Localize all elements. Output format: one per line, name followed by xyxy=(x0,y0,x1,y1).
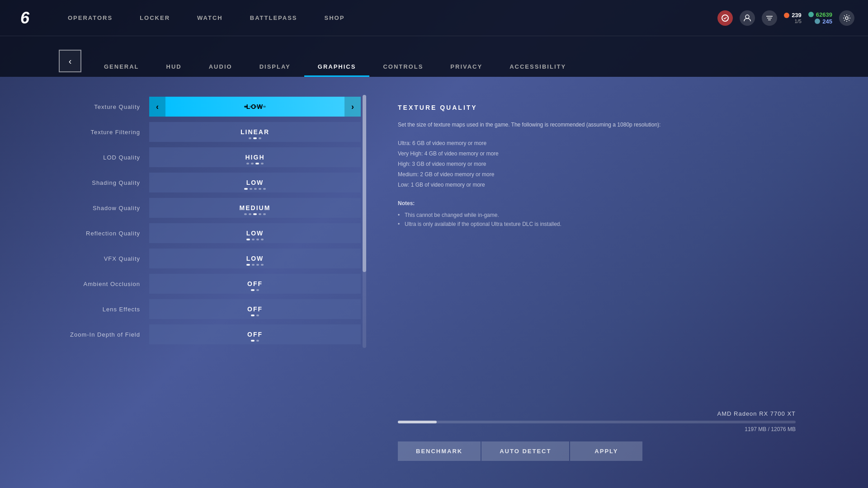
lens-effects-value: Off xyxy=(247,305,263,313)
dot-2 xyxy=(254,106,257,108)
texture-quality-next[interactable]: › xyxy=(344,97,361,117)
nav-menu: OPERATORS LOCKER WATCH BATTLEPASS SHOP xyxy=(54,0,717,36)
mem-req-veryhigh: Very High: 4 GB of video memory or more xyxy=(398,149,796,159)
dot-1 xyxy=(256,314,259,316)
setting-row-lod-quality: LOD Quality High xyxy=(59,145,361,169)
setting-row-texture-filtering: Texture Filtering Linear xyxy=(59,120,361,144)
setting-row-shading-quality: Shading Quality Low xyxy=(59,171,361,194)
texture-quality-value-area: Low xyxy=(165,103,344,110)
dot-0 xyxy=(251,289,255,291)
lens-effects-dots xyxy=(251,314,259,316)
shading-quality-dots xyxy=(244,188,266,190)
lod-quality-dots xyxy=(246,163,264,164)
nav-locker[interactable]: LOCKER xyxy=(126,0,184,36)
dot-0 xyxy=(244,188,248,190)
main-content: Texture Quality ‹ Low xyxy=(0,77,868,488)
game-logo: 6 xyxy=(14,7,36,29)
lod-quality-value: High xyxy=(245,154,265,161)
gpu-memory-fill xyxy=(398,421,437,423)
info-panel-title: TEXTURE QUALITY xyxy=(398,104,796,111)
premium-currency: 62639 245 xyxy=(808,11,832,25)
apply-button[interactable]: APPLY xyxy=(570,441,642,461)
battlepass-icon[interactable] xyxy=(717,10,733,26)
tab-graphics[interactable]: GRAPHICS xyxy=(304,58,370,77)
vfx-quality-value: Low xyxy=(246,255,264,262)
tab-accessibility[interactable]: ACCESSIBILITY xyxy=(496,58,580,77)
currency1-value: 239 xyxy=(792,12,802,19)
dot-3 xyxy=(261,163,264,164)
texture-quality-prev[interactable]: ‹ xyxy=(149,97,165,117)
mem-req-ultra: Ultra: 6 GB of video memory or more xyxy=(398,138,796,149)
ambient-occlusion-control[interactable]: Off xyxy=(149,274,361,294)
filter-icon[interactable] xyxy=(762,10,777,26)
nav-shop[interactable]: SHOP xyxy=(311,0,359,36)
texture-filtering-value: Linear xyxy=(241,128,269,136)
dot-2 xyxy=(254,188,257,190)
dot-0 xyxy=(244,213,247,215)
scrollbar-thumb xyxy=(363,95,366,272)
reflection-quality-value: Low xyxy=(246,230,264,237)
settings-tab-list: GENERAL HUD AUDIO DISPLAY GRAPHICS CONTR… xyxy=(90,58,580,77)
benchmark-button[interactable]: BENCHMARK xyxy=(398,441,481,461)
tab-audio[interactable]: AUDIO xyxy=(195,58,246,77)
ambient-occlusion-label: Ambient Occlusion xyxy=(59,281,149,287)
shading-quality-label: Shading Quality xyxy=(59,179,149,186)
tab-display[interactable]: DISPLAY xyxy=(246,58,304,77)
dot-4 xyxy=(263,213,266,215)
setting-row-texture-quality: Texture Quality ‹ Low xyxy=(59,95,361,118)
settings-list-wrapper: Texture Quality ‹ Low xyxy=(59,95,366,348)
dot-3 xyxy=(261,239,264,240)
dot-2 xyxy=(256,264,259,266)
nav-bar: 6 OPERATORS LOCKER WATCH BATTLEPASS SHOP xyxy=(0,0,868,36)
dof-dots xyxy=(251,340,259,342)
shading-quality-control[interactable]: Low xyxy=(149,173,361,192)
settings-panel: Texture Quality ‹ Low xyxy=(59,95,366,470)
auto-detect-button[interactable]: AUTO DETECT xyxy=(481,441,569,461)
credits-value: 245 xyxy=(822,18,832,25)
nav-operators[interactable]: OPERATORS xyxy=(54,0,126,36)
texture-filtering-dots xyxy=(249,137,261,139)
gpu-memory-text: 1197 MB / 12076 MB xyxy=(398,426,796,432)
info-notes-title: Notes: xyxy=(398,199,796,208)
back-button[interactable]: ‹ xyxy=(59,50,81,72)
shading-quality-value: Low xyxy=(246,179,264,186)
texture-filtering-control[interactable]: Linear xyxy=(149,122,361,142)
nav-battlepass[interactable]: BATTLEPASS xyxy=(236,0,311,36)
vfx-quality-label: VFX Quality xyxy=(59,255,149,262)
setting-row-reflection-quality: Reflection Quality Low xyxy=(59,221,361,245)
svg-point-1 xyxy=(745,15,749,19)
info-notes-section: Notes: This cannot be changed while in-g… xyxy=(398,199,796,229)
setting-row-ambient-occlusion: Ambient Occlusion Off xyxy=(59,272,361,296)
dot-2 xyxy=(253,213,257,215)
lens-effects-control[interactable]: Off xyxy=(149,299,361,319)
setting-row-lens-effects: Lens Effects Off xyxy=(59,297,361,321)
user-icon[interactable] xyxy=(740,10,755,26)
dot-1 xyxy=(249,213,251,215)
lod-quality-label: LOD Quality xyxy=(59,154,149,161)
settings-tabs-bar: ‹ GENERAL HUD AUDIO DISPLAY GRAPHICS CON… xyxy=(0,36,868,77)
setting-row-dof: Zoom-In Depth of Field Off xyxy=(59,323,361,346)
nav-watch[interactable]: WATCH xyxy=(184,0,236,36)
shadow-quality-control[interactable]: Medium xyxy=(149,198,361,218)
dot-0 xyxy=(246,163,249,164)
dot-1 xyxy=(256,289,259,291)
reflection-quality-control[interactable]: Low xyxy=(149,223,361,243)
dot-3 xyxy=(259,106,261,108)
settings-icon[interactable] xyxy=(839,10,854,26)
dot-1 xyxy=(252,239,255,240)
dof-control[interactable]: Off xyxy=(149,324,361,344)
setting-row-vfx-quality: VFX Quality Low xyxy=(59,247,361,270)
tab-controls[interactable]: CONTROLS xyxy=(369,58,437,77)
vfx-quality-control[interactable]: Low xyxy=(149,249,361,268)
mem-req-low: Low: 1 GB of video memory or more xyxy=(398,180,796,190)
scrollbar-track[interactable] xyxy=(363,95,366,348)
gpu-name: AMD Radeon RX 7700 XT xyxy=(398,410,796,417)
reflection-quality-label: Reflection Quality xyxy=(59,230,149,237)
rank-value: 1/5 xyxy=(795,19,802,24)
tab-privacy[interactable]: PRIVACY xyxy=(437,58,496,77)
tab-hud[interactable]: HUD xyxy=(153,58,195,77)
dot-1 xyxy=(250,106,252,108)
lod-quality-control[interactable]: High xyxy=(149,147,361,167)
tab-general[interactable]: GENERAL xyxy=(90,58,153,77)
texture-quality-control[interactable]: ‹ Low › xyxy=(149,97,361,117)
